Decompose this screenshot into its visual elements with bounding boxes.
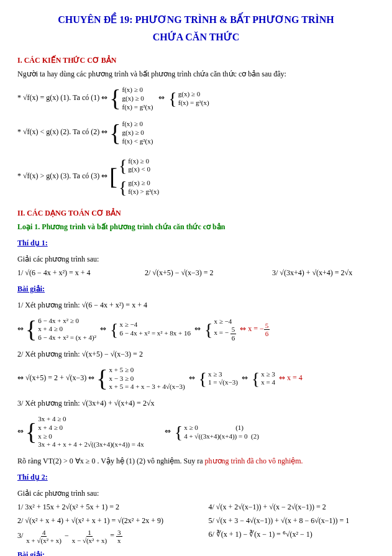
p2-2: 2/ √(x² + x + 4) + √(x² + x + 1) = √(2x²…: [17, 515, 184, 526]
sol2-intro: 2/ Xét phương trình: √(x+5) − √(x−3) = 2: [17, 349, 375, 360]
s2-c1c: x + 5 = 4 + x − 3 + 4√(x−3): [109, 383, 185, 391]
s1-l3b: x = −: [214, 329, 229, 337]
rule-2: * √f(x) < g(x) (2). Ta có (2) ⇔ { f(x) ≥…: [17, 117, 375, 148]
s2-c2a: x ≥ 3: [208, 370, 238, 379]
s2-c3b: x = 4: [261, 378, 275, 387]
rule3-left: * √f(x) > g(x) (3). Ta có (3) ⇔: [17, 171, 107, 180]
r1-c1c: f(x) = g²(x): [122, 103, 153, 112]
document-subtitle: CHỨA CĂN THỨC: [17, 30, 375, 45]
r1-c1b: g(x) ≥ 0: [122, 94, 153, 103]
prob-2: 2/ √(x+5) − √(x−3) = 2: [145, 267, 247, 278]
rule1-left: * √f(x) = g(x) (1). Ta có (1) ⇔: [17, 93, 107, 102]
thi-du-1: Thí dụ 1:: [17, 237, 48, 248]
section-2-heading: II. CÁC DẠNG TOÁN CƠ BẢN: [17, 207, 375, 219]
sol1-intro: 1/ Xét phương trình: √(6 − 4x + x²) = x …: [17, 299, 375, 311]
rule-1: * √f(x) = g(x) (1). Ta có (1) ⇔ { f(x) ≥…: [17, 83, 375, 114]
p2-3: 3/ 4x + √(x² + x) − 1x − √(x² + x) = 3x: [17, 529, 184, 544]
s2-c1b: x − 3 ≥ 0: [109, 375, 185, 383]
s2-l1: ⇔ √(x+5) = 2 + √(x−3) ⇔: [17, 373, 94, 382]
problems2-row1: 1/ 3x² + 15x + 2√(x² + 5x + 1) = 2 4/ √(…: [17, 501, 375, 513]
giai-prompt-2: Giải các phương trình sau:: [17, 488, 375, 499]
s3-l1c: x ≥ 0: [38, 432, 144, 441]
r1-c2a: g(x) ≥ 0: [178, 90, 209, 99]
p2-5: 5/ √(x + 3 − 4√(x−1)) + √(x + 8 − 6√(x−1…: [209, 515, 375, 526]
prob-3: 3/ √(3x+4) + √(x+4) = 2√x: [272, 267, 375, 278]
p2-1: 1/ 3x² + 15x + 2√(x² + 5x + 1) = 2: [17, 501, 184, 513]
s1-fn: 5: [230, 326, 237, 334]
s1-l1c: 6 − 4x + x² = (x + 4)²: [38, 334, 96, 342]
sol2-work: ⇔ √(x+5) = 2 + √(x−3) ⇔ { x + 5 ≥ 0 x − …: [17, 363, 375, 394]
thi-du-2: Thí dụ 2:: [17, 472, 48, 483]
r3-c2b: f(x) > g²(x): [128, 188, 159, 196]
problems-row-1: 1/ √(6 − 4x + x²) = x + 4 2/ √(x+5) − √(…: [17, 267, 375, 278]
s2-c1a: x + 5 ≥ 0: [109, 366, 185, 375]
sol2-result: ⇔ x = 4: [279, 373, 303, 382]
s1-fd: 6: [230, 334, 237, 342]
r3-c1b: g(x) < 0: [128, 165, 150, 174]
bai-giai-2: Bài giải:: [17, 549, 45, 556]
s3-l1d: 3x + 4 + x + 4 + 2√((3x+4)(x+4)) = 4x: [38, 440, 144, 449]
rule2-left: * √f(x) < g(x) (2). Ta có (2) ⇔: [17, 128, 107, 137]
p2-6: 6/ ∛(x + 1) − ∛(x − 1) = ⁶√(x² − 1): [209, 529, 375, 544]
s1-l2b: 6 − 4x + x² = x² + 8x + 16: [119, 329, 191, 338]
p2-4: 4/ √(x + 2√(x−1)) + √(x − 2√(x−1)) = 2: [209, 501, 375, 513]
sol3-intro: 3/ Xét phương trình: √(3x+4) + √(x+4) = …: [17, 398, 375, 409]
problems2-row3: 3/ 4x + √(x² + x) − 1x − √(x² + x) = 3x …: [17, 529, 375, 544]
r3-c2a: g(x) ≥ 0: [128, 179, 159, 188]
section-1-heading: I. CÁC KIẾN THỨC CƠ BẢN: [17, 55, 375, 66]
giai-prompt: Giải các phương trình sau:: [17, 253, 375, 265]
s1-l1b: x + 4 ≥ 0: [38, 325, 96, 334]
sol3-work: ⇔ { 3x + 4 ≥ 0 x + 4 ≥ 0 x ≥ 0 3x + 4 + …: [17, 412, 375, 452]
document-title: CHUYÊN ĐỀ 19: PHƯƠNG TRÌNH & BẤT PHƯƠNG …: [17, 12, 375, 27]
r3-c1a: f(x) ≥ 0: [128, 157, 150, 166]
s3-concl-a: Rõ ràng VT(2) > 0 ∀x ≥ 0 . Vậy hệ (1) (2…: [17, 457, 205, 465]
problems2-row2: 2/ √(x² + x + 4) + √(x² + x + 1) = √(2x²…: [17, 515, 375, 526]
s2-c3a: x ≥ 3: [261, 370, 275, 379]
s3-l1a: 3x + 4 ≥ 0: [38, 415, 144, 424]
s1-l1a: 6 − 4x + x² ≥ 0: [38, 317, 96, 326]
loai-1: Loại 1. Phương trình và bất phương trình…: [17, 221, 375, 232]
r2-c1b: g(x) ≥ 0: [122, 129, 153, 137]
s1-l2a: x ≥ −4: [119, 321, 191, 329]
r2-c1a: f(x) ≥ 0: [122, 120, 153, 129]
sol3-conclusion: Rõ ràng VT(2) > 0 ∀x ≥ 0 . Vậy hệ (1) (2…: [17, 455, 375, 467]
r1-mid: ⇔: [158, 93, 165, 102]
r1-c1a: f(x) ≥ 0: [122, 86, 153, 94]
s1-l3a: x ≥ −4: [214, 317, 237, 326]
sol1-result: ⇔ x = −56: [240, 324, 270, 333]
sol1-work: ⇔ { 6 − 4x + x² ≥ 0 x + 4 ≥ 0 6 − 4x + x…: [17, 314, 375, 345]
s3-l2b: 4 + √((3x+4)(x+4)) = 0: [184, 432, 247, 440]
s3-n1: (1): [235, 424, 244, 431]
section-1-intro: Người ta hay dùng các phương trình và bấ…: [17, 68, 375, 80]
s3-n2: (2): [251, 432, 259, 440]
r2-c1c: f(x) < g²(x): [122, 137, 153, 146]
rule-3: * √f(x) > g(x) (3). Ta có (3) ⇔ [ { f(x)…: [17, 152, 375, 201]
s3-l1b: x + 4 ≥ 0: [38, 424, 144, 432]
bai-giai-1: Bài giải:: [17, 283, 45, 294]
prob-1: 1/ √(6 − 4x + x²) = x + 4: [17, 267, 120, 278]
s3-concl-b: phương trình đã cho vô nghiệm.: [205, 457, 303, 465]
s1-mid: ⇔: [100, 324, 106, 333]
r1-c2b: f(x) = g²(x): [178, 99, 209, 107]
s3-l2a: x ≥ 0: [184, 424, 198, 431]
s2-c2b: 1 = √(x−3): [208, 378, 238, 387]
